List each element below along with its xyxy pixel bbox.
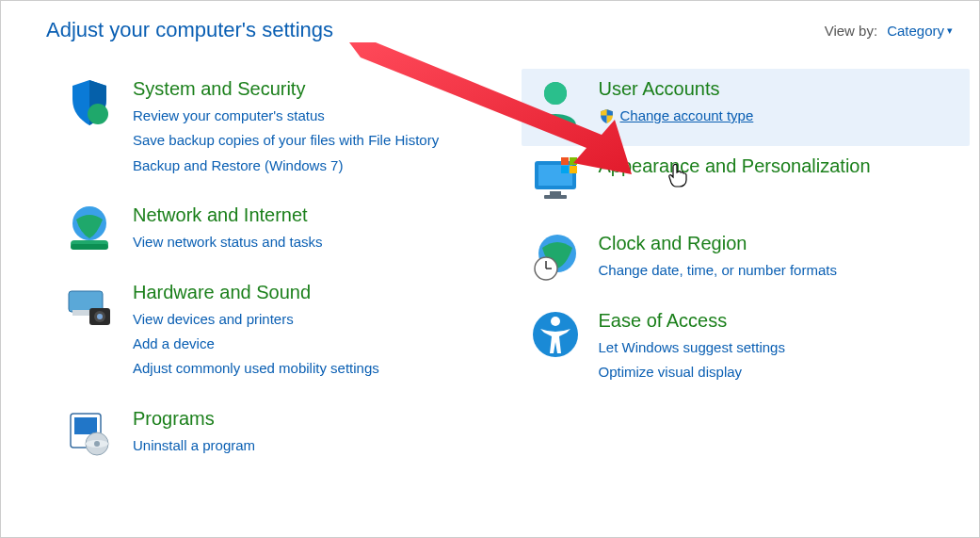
category-network-internet[interactable]: Network and Internet View network status…	[56, 195, 505, 272]
category-ease-of-access[interactable]: Ease of Access Let Windows suggest setti…	[522, 301, 971, 402]
category-user-accounts[interactable]: User Accounts Change account type	[522, 69, 971, 146]
category-hardware-sound[interactable]: Hardware and Sound View devices and prin…	[56, 272, 505, 399]
link-backup-restore[interactable]: Backup and Restore (Windows 7)	[133, 154, 439, 178]
category-title[interactable]: Network and Internet	[133, 204, 323, 226]
link-review-status[interactable]: Review your computer's status	[133, 104, 439, 128]
svg-point-0	[88, 104, 108, 124]
monitor-icon	[529, 154, 582, 206]
category-title[interactable]: System and Security	[133, 78, 439, 100]
category-title[interactable]: Ease of Access	[599, 310, 785, 332]
view-by-group: View by: Category	[825, 23, 953, 39]
svg-point-13	[94, 441, 100, 447]
svg-rect-18	[550, 191, 561, 195]
printer-camera-icon	[63, 280, 116, 333]
svg-point-15	[544, 82, 567, 105]
link-mobility-settings[interactable]: Adjust commonly used mobility settings	[133, 356, 379, 381]
svg-point-29	[551, 317, 560, 326]
link-uninstall-program[interactable]: Uninstall a program	[133, 433, 255, 458]
link-optimize-display[interactable]: Optimize visual display	[599, 360, 785, 384]
user-icon	[529, 76, 582, 129]
view-by-dropdown[interactable]: Category	[887, 23, 953, 39]
category-title[interactable]: Hardware and Sound	[133, 282, 379, 303]
category-clock-region[interactable]: Clock and Region Change date, time, or n…	[522, 223, 971, 301]
svg-point-8	[97, 314, 103, 319]
link-devices-printers[interactable]: View devices and printers	[133, 307, 379, 332]
accessibility-icon	[529, 308, 582, 361]
svg-rect-20	[561, 157, 569, 165]
svg-rect-21	[570, 157, 577, 165]
category-title[interactable]: Programs	[133, 408, 255, 430]
category-system-security[interactable]: System and Security Review your computer…	[56, 69, 505, 195]
svg-rect-10	[74, 417, 97, 434]
link-add-device[interactable]: Add a device	[133, 332, 379, 356]
category-programs[interactable]: Programs Uninstall a program	[56, 399, 505, 476]
programs-icon	[63, 406, 116, 459]
svg-rect-23	[570, 166, 577, 173]
svg-rect-3	[71, 244, 108, 250]
category-title[interactable]: Appearance and Personalization	[599, 155, 871, 177]
page-title: Adjust your computer's settings	[46, 18, 333, 42]
link-change-date-time[interactable]: Change date, time, or number formats	[599, 258, 837, 283]
link-change-account-type[interactable]: Change account type	[599, 104, 754, 128]
shield-icon	[63, 76, 116, 129]
uac-shield-icon	[599, 108, 615, 124]
category-title[interactable]: User Accounts	[599, 78, 754, 100]
link-windows-suggest[interactable]: Let Windows suggest settings	[599, 335, 785, 360]
view-by-label: View by:	[825, 23, 877, 39]
globe-icon	[63, 203, 116, 255]
link-label: Change account type	[620, 104, 754, 128]
category-title[interactable]: Clock and Region	[599, 233, 837, 254]
link-network-status[interactable]: View network status and tasks	[133, 230, 323, 254]
category-appearance-personalization[interactable]: Appearance and Personalization	[522, 146, 971, 223]
globe-clock-icon	[529, 231, 582, 284]
svg-rect-19	[544, 195, 567, 199]
link-file-history[interactable]: Save backup copies of your files with Fi…	[133, 128, 439, 153]
svg-rect-22	[561, 166, 569, 173]
